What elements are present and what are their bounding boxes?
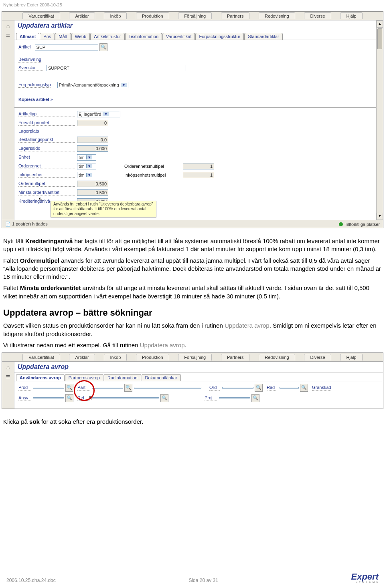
input-proj[interactable]: [219, 397, 250, 399]
search-proj-button[interactable]: 🔍: [251, 394, 259, 402]
label-forvald-prioritet: Förvald prioritet: [18, 120, 75, 126]
input-ansv[interactable]: [33, 397, 64, 399]
input-bestallningspunkt[interactable]: 0.0: [77, 137, 108, 143]
select-orderenhet[interactable]: tim ▼: [77, 163, 96, 169]
tab-matt[interactable]: Mått: [55, 33, 71, 40]
input-part-name[interactable]: [134, 387, 201, 389]
search-artikel-button[interactable]: 🔍: [99, 43, 107, 51]
label-orderenhetsmultipel: Orderenhetsmultipel: [124, 164, 180, 169]
input-prod[interactable]: [33, 387, 64, 389]
list-icon[interactable]: ≣: [2, 373, 14, 379]
label-ord: Ord: [209, 385, 220, 391]
menu-diverse[interactable]: Diverse: [304, 12, 331, 19]
input-inkopsenhetsmultipel[interactable]: 1: [183, 172, 214, 178]
screenshot-uppdatera-artiklar: Varucertifikat Artiklar Inköp Produktion…: [2, 11, 383, 228]
search-ansv-button[interactable]: 🔍: [65, 394, 73, 402]
input-rad[interactable]: [280, 387, 299, 389]
scroll-thumb[interactable]: [377, 28, 382, 49]
input-artikel[interactable]: SUP: [35, 44, 98, 50]
input-ord[interactable]: [222, 387, 253, 389]
home-icon[interactable]: ⌂: [2, 23, 14, 29]
tab-radinformation[interactable]: Radinformation: [104, 374, 141, 381]
input-part[interactable]: [92, 387, 123, 389]
menu-artiklar[interactable]: Artiklar: [69, 354, 95, 360]
menu-varucertifikat[interactable]: Varucertifikat: [22, 354, 60, 360]
menu-hjalp[interactable]: Hjälp: [340, 12, 362, 19]
tab-standardartiklar[interactable]: Standardartiklar: [244, 33, 283, 40]
input-ordermultipel[interactable]: 0.500: [77, 181, 108, 187]
label-proj: Proj: [205, 395, 217, 401]
tab-forpackningsstruktur[interactable]: Förpackningsstruktur: [195, 33, 244, 40]
input-lagersaldo[interactable]: 0.000: [77, 145, 108, 152]
tab-dokumentlankar[interactable]: Dokumentlänkar: [142, 374, 181, 381]
tabstrip: Allmänt Pris Mått Webb Artikelstruktur T…: [14, 31, 376, 40]
document-header: Nyhetsbrev Exder 2006-10-25: [0, 0, 385, 11]
select-enhet[interactable]: tim ▼: [77, 154, 96, 161]
list-icon[interactable]: ≣: [2, 32, 14, 38]
menu-artiklar[interactable]: Artiklar: [69, 12, 95, 19]
menu-redovisning[interactable]: Redovisning: [259, 354, 295, 360]
dropdown-arrow-icon: ▼: [86, 164, 92, 168]
menu-varucertifikat[interactable]: Varucertifikat: [22, 12, 60, 19]
copy-article-link[interactable]: Kopiera artikel »: [18, 95, 372, 104]
menu-forsaljning[interactable]: Försäljning: [178, 12, 212, 19]
search-part-button[interactable]: 🔍: [124, 384, 132, 392]
home-icon[interactable]: ⌂: [2, 364, 14, 371]
input-orderenhetsmultipel[interactable]: 1: [183, 163, 214, 169]
menu-inkop[interactable]: Inköp: [104, 12, 127, 19]
tab-artikelstruktur[interactable]: Artikelstruktur: [90, 33, 124, 40]
status-left: 📄 1 post(er) hittades: [5, 222, 48, 227]
select-inkopsenhet[interactable]: tim ▼: [77, 172, 96, 178]
dropdown-arrow-icon: ▼: [121, 83, 127, 87]
search-prod-button[interactable]: 🔍: [65, 384, 73, 392]
dropdown-arrow-icon: ▼: [86, 173, 92, 177]
cursor-icon: ↖: [88, 395, 93, 401]
footer-page-number: Sida 20 av 31: [188, 578, 218, 583]
screenshot-uppdatera-avrop: Varucertifikat Artiklar Inköp Produktion…: [2, 352, 383, 409]
menu-inkop[interactable]: Inköp: [104, 354, 127, 360]
label-minsta-orderkvantitet: Minsta orderkvantitet: [18, 190, 75, 195]
menu-produktion[interactable]: Produktion: [136, 12, 169, 19]
tab-allmant[interactable]: Allmänt: [16, 33, 39, 40]
select-inkopsenhet-value: tim: [79, 173, 85, 177]
tab-pris[interactable]: Pris: [40, 33, 55, 40]
input-svenska[interactable]: SUPPORT: [47, 65, 186, 71]
select-artikeltyp[interactable]: Ej lagerförd ▼: [77, 111, 120, 117]
input-ref[interactable]: [92, 397, 159, 399]
scroll-up-icon[interactable]: ▲: [377, 20, 383, 28]
menu-diverse[interactable]: Diverse: [304, 354, 331, 360]
select-orderenhet-value: tim: [79, 164, 85, 169]
tab-textinformation[interactable]: Textinformation: [125, 33, 162, 40]
label-artikel: Artikel: [18, 44, 31, 50]
page-title-2: Uppdatera avrop: [14, 362, 383, 373]
tab-partnerns-avrop[interactable]: Partnerns avrop: [65, 374, 103, 381]
search-ord-button[interactable]: 🔍: [255, 384, 263, 392]
input-forvald-prioritet[interactable]: 0: [77, 120, 108, 126]
label-lagerplats: Lagerplats: [18, 129, 75, 134]
label-beskrivning: Beskrivning: [18, 57, 41, 62]
menu-hjalp[interactable]: Hjälp: [340, 354, 362, 360]
label-granskad: Granskad: [312, 385, 331, 391]
select-artikeltyp-value: Ej lagerförd: [79, 112, 101, 117]
select-forpackningstyp[interactable]: Primär-/konsumentförpackning ▼: [57, 82, 128, 88]
menu-forsaljning[interactable]: Försäljning: [178, 354, 212, 360]
label-inkopsenhet: Inköpsenhet: [18, 172, 75, 178]
label-bestallningspunkt: Beställningspunkt: [18, 137, 75, 143]
scroll-down-icon[interactable]: ▼: [377, 213, 383, 220]
label-ansv: Ansv: [18, 395, 30, 401]
search-ref-button[interactable]: 🔍: [160, 394, 168, 402]
tab-webb[interactable]: Webb: [71, 33, 90, 40]
menu-partners[interactable]: Partners: [221, 354, 250, 360]
search-rad-button[interactable]: 🔍: [300, 384, 308, 392]
menu-partners[interactable]: Partners: [221, 12, 250, 19]
input-minsta-orderkvantitet[interactable]: 0.500: [77, 189, 108, 196]
menu-produktion[interactable]: Produktion: [136, 354, 169, 360]
tab-varucertifikat[interactable]: Varucertifikat: [162, 33, 195, 40]
footer-filename: 2006.10.25.dna.24.doc: [6, 578, 56, 583]
menu-redovisning[interactable]: Redovisning: [259, 12, 295, 19]
vertical-scrollbar[interactable]: ▲ ▼: [376, 20, 383, 220]
label-lagersaldo: Lagersaldo: [18, 146, 75, 151]
tab-anvandarens-avrop[interactable]: Användarens avrop: [16, 374, 65, 381]
label-ref: Ref: [77, 395, 89, 401]
article-body-2: Klicka på sök för att söka efter era pro…: [0, 413, 385, 426]
